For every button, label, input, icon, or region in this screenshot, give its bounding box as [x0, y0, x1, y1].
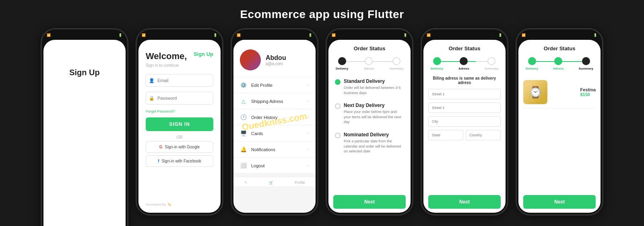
welcome-text: Welcome,: [146, 51, 187, 62]
menu-notifications[interactable]: 🔔 Notifications ›: [233, 142, 316, 158]
radio-standard-circle[interactable]: [335, 79, 341, 85]
status-right-1: 🔋: [118, 33, 122, 37]
status-left-4: 📶: [332, 33, 336, 37]
radio-nominated-circle[interactable]: [335, 133, 341, 138]
state-input[interactable]: [428, 130, 463, 140]
menu-label-edit: Edit Profile: [251, 83, 272, 88]
nextday-title: Next Day Delivery: [344, 103, 404, 108]
status-left-2: 📶: [142, 33, 146, 37]
watch-image: ⌚: [523, 80, 547, 104]
profile-name: Abdou: [266, 54, 286, 62]
welcome-row: Welcome, Sign Up: [146, 51, 213, 62]
step-label-2-5: Adress: [458, 67, 469, 70]
nextday-desc: Place your order before 6pm and your ite…: [344, 109, 404, 125]
item-price: $150: [580, 92, 596, 97]
step-dot-2-4: [365, 57, 373, 65]
bottom-bar: ↖ 🛒 Profile: [233, 177, 316, 186]
status-right-5: 🔋: [498, 33, 502, 37]
step-address-5: Adress: [458, 57, 469, 70]
status-right-3: 🔋: [308, 33, 312, 37]
phone-6-screen: Order Status Delivery Adress Summary: [518, 40, 601, 213]
signin-screen: Welcome, Sign Up Sign in to continue 👤 🔒…: [138, 40, 221, 213]
signup-screen: Sign Up 👤 ✉ 🔒 SIGN UP Developed By 🏷️: [43, 40, 126, 226]
menu-logout[interactable]: ⬜ Logout ›: [233, 158, 316, 174]
delivery-option-standard: Standard Delivery Order will be delivere…: [333, 76, 406, 98]
status-left-3: 📶: [237, 33, 241, 37]
signin-password-input[interactable]: [146, 92, 213, 105]
menu-shipping[interactable]: △ Shipping Adress ›: [233, 93, 316, 109]
next-button-5[interactable]: Next: [428, 195, 501, 209]
signup-title: Sign Up: [62, 56, 107, 226]
step-delivery-5: Delivery: [431, 57, 443, 70]
street2-input[interactable]: [428, 103, 501, 113]
tab-cursor[interactable]: ↖: [244, 181, 248, 185]
menu-label-notifs: Notifications: [251, 147, 275, 152]
tab-profile[interactable]: Profile: [295, 181, 305, 185]
order-summary-screen: Order Status Delivery Adress Summary: [518, 40, 601, 213]
billing-note: Biling adress is same as delivery adress: [428, 76, 501, 85]
step-dot-2-5: [460, 57, 468, 65]
radio-nextday-circle[interactable]: [335, 103, 341, 109]
next-button-6[interactable]: Next: [523, 195, 596, 209]
phone-5-screen: Order Status Delivery Adress Summary: [423, 40, 506, 213]
step-dot-1-4: [338, 57, 346, 65]
delivery-option-nominated: Nominated Delivery Pick a particular dat…: [333, 129, 406, 156]
order-title-5: Order Status: [428, 45, 501, 51]
profile-header: Abdou a@a.com: [233, 40, 316, 77]
status-left-1: 📶: [47, 33, 51, 37]
step-delivery-6: Delivery: [526, 57, 538, 70]
order-delivery-screen: Order Status Delivery Adress Summary: [328, 40, 411, 213]
menu-label-shipping: Shipping Adress: [251, 99, 283, 104]
or-divider: OR: [146, 135, 213, 140]
standard-title: Standard Delivery: [344, 78, 404, 84]
menu-label-cards: Cards: [251, 131, 263, 136]
arrow-icon-5: ›: [308, 147, 309, 152]
step-summary-4: Summary: [390, 57, 403, 70]
notch-2: [163, 29, 196, 38]
city-input[interactable]: [428, 116, 501, 127]
street1-input[interactable]: [428, 89, 501, 99]
phones-row: 📶 🔋 Sign Up 👤 ✉ 🔒 SIGN UP: [4, 28, 640, 226]
avatar-image: [240, 49, 261, 70]
arrow-icon-4: ›: [308, 131, 309, 136]
history-icon: 🕐: [240, 114, 247, 120]
step-label-2-4: Adress: [364, 67, 374, 70]
arrow-icon-2: ›: [308, 99, 309, 103]
phone-1-screen: Sign Up 👤 ✉ 🔒 SIGN UP Developed By 🏷️: [43, 40, 126, 226]
profile-info: Abdou a@a.com: [266, 54, 286, 66]
phone-4-screen: Order Status Delivery Adress Summary: [328, 40, 411, 213]
phone-3-screen: Abdou a@a.com ⚙️ Edit Profile › △ Shippi…: [233, 40, 316, 213]
page-title: Ecommerce app using Flutter: [240, 8, 404, 21]
edit-icon: ⚙️: [240, 82, 247, 88]
menu-cards[interactable]: 🖥️ Cards ›: [233, 125, 316, 142]
facebook-signin-button[interactable]: f Sign-in with Facebook: [146, 155, 213, 167]
notch-1: [68, 29, 101, 38]
stepper-active-5: [440, 61, 476, 62]
step-dot-3-6: [582, 57, 590, 65]
shipping-icon: △: [240, 98, 247, 104]
menu-label-history: Order History: [251, 115, 277, 120]
step-address-4: Adress: [364, 57, 374, 70]
google-signin-button[interactable]: G Sign-in with Google: [146, 141, 213, 153]
step-label-3-4: Summary: [390, 67, 403, 70]
signin-button[interactable]: SIGN IN: [146, 117, 213, 131]
radio-standard: Standard Delivery Order will be delivere…: [335, 78, 404, 95]
signup-link[interactable]: Sign Up: [194, 51, 213, 57]
status-right-6: 🔋: [593, 33, 597, 37]
menu-order-history[interactable]: 🕐 Order History ›: [233, 109, 316, 125]
country-input[interactable]: [466, 130, 501, 140]
state-country-row: [428, 130, 501, 144]
signin-email-input[interactable]: [146, 74, 213, 87]
forget-password-link[interactable]: Forget Password?: [146, 109, 213, 113]
menu-edit-profile[interactable]: ⚙️ Edit Profile ›: [233, 77, 316, 93]
signin-password-wrap: 🔒: [146, 92, 213, 105]
step-label-1-6: Delivery: [526, 67, 538, 70]
step-dot-1-6: [528, 57, 536, 65]
next-button-4[interactable]: Next: [333, 195, 406, 209]
nextday-delivery-info: Next Day Delivery Place your order befor…: [344, 103, 404, 125]
notch-3: [258, 29, 291, 38]
tab-shop[interactable]: 🛒: [269, 181, 273, 185]
menu-label-logout: Logout: [251, 163, 265, 168]
logout-icon: ⬜: [240, 162, 247, 168]
google-icon: G: [159, 145, 163, 149]
